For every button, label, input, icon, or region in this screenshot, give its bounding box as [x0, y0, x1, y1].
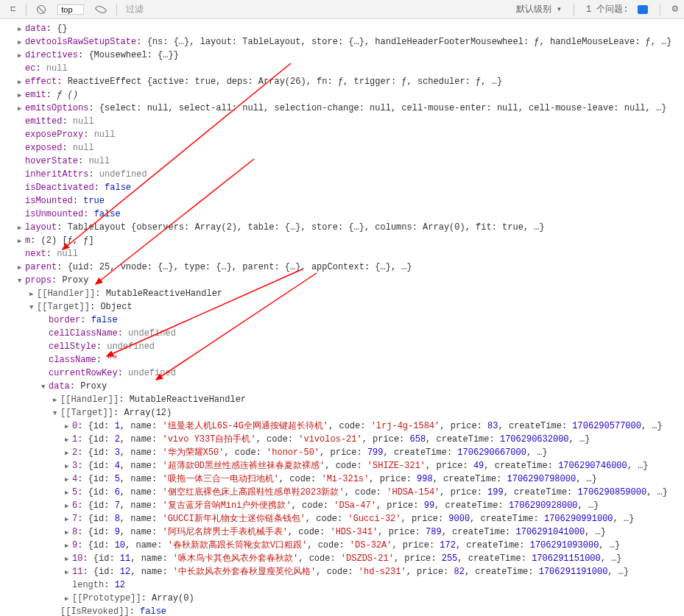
log-levels[interactable]: 默认级别 ▾	[516, 3, 562, 16]
expand-icon[interactable]	[29, 287, 37, 300]
expand-icon[interactable]	[41, 380, 49, 393]
expand-icon[interactable]	[18, 102, 25, 115]
array-item-row: 5: {id: 6, name: '侧空红底裸色床上高跟鞋性感单鞋2023新款'…	[6, 486, 684, 499]
clear-console-icon[interactable]	[32, 4, 50, 15]
array-item-row: 0: {id: 1, name: '纽曼老人机L6S-4G全网通按键超长待机',…	[6, 419, 684, 433]
expand-icon[interactable]	[53, 406, 60, 419]
expand-icon[interactable]	[65, 446, 72, 459]
expand-icon[interactable]	[65, 592, 72, 605]
array-item-row: 10: {id: 11, name: '啄木鸟卡其色风衣外套春秋款', code…	[6, 552, 684, 565]
expand-icon[interactable]	[18, 35, 25, 49]
context-selector[interactable]: top	[53, 3, 88, 16]
console-toolbar: ⊏ top 过滤 默认级别 ▾ 1 个问题: ⚙	[0, 0, 684, 19]
array-item-row: 1: {id: 2, name: 'vivo Y33T自拍手机', code: …	[6, 433, 684, 446]
settings-icon[interactable]: ⚙	[672, 1, 678, 17]
expand-icon[interactable]	[18, 22, 25, 35]
expand-icon[interactable]	[65, 552, 72, 565]
issues-label[interactable]: 1 个问题:	[586, 3, 629, 16]
array-item-row: 2: {id: 3, name: '华为荣耀X50', code: 'honor…	[6, 446, 684, 459]
expand-icon[interactable]	[65, 459, 72, 472]
filter-input[interactable]: 过滤	[123, 3, 512, 16]
issues-icon[interactable]	[638, 5, 648, 14]
sidebar-toggle-icon[interactable]: ⊏	[6, 1, 20, 18]
expand-icon[interactable]	[53, 393, 60, 406]
array-item-row: 7: {id: 8, name: 'GUCCI新年礼物女士迷你链条钱包', co…	[6, 512, 684, 525]
array-item-row: 11: {id: 12, name: '中长款风衣外套春秋显瘦英伦风格', co…	[6, 565, 684, 578]
expand-icon[interactable]	[65, 565, 72, 578]
expand-icon[interactable]	[65, 499, 72, 512]
expand-icon[interactable]	[18, 221, 25, 234]
expand-icon[interactable]	[65, 472, 72, 486]
expand-icon[interactable]	[18, 75, 25, 88]
console-output: data: {} devtoolsRawSetupState: {ns: {…}…	[0, 19, 684, 616]
context-select[interactable]: top	[57, 4, 84, 15]
expand-icon[interactable]	[65, 433, 72, 446]
expand-icon[interactable]	[65, 419, 72, 433]
array-item-row: 8: {id: 9, name: '阿玛尼名牌男士手表机械手表', code: …	[6, 525, 684, 539]
expand-icon[interactable]	[18, 88, 25, 102]
live-expression-icon[interactable]	[91, 4, 110, 15]
expand-icon[interactable]	[18, 49, 25, 62]
expand-icon[interactable]	[29, 300, 37, 314]
expand-icon[interactable]	[18, 274, 25, 287]
expand-icon[interactable]	[18, 261, 25, 274]
array-item-row: 3: {id: 4, name: '超薄款0D黑丝性感连裤丝袜春夏款裸感', c…	[6, 459, 684, 472]
expand-icon[interactable]	[18, 234, 25, 247]
array-item-row: 6: {id: 7, name: '复古蓝牙音响Mini户外便携款', code…	[6, 499, 684, 512]
expand-icon[interactable]	[65, 525, 72, 539]
array-item-row: 9: {id: 10, name: '春秋新款高跟长筒靴女款V口粗跟', cod…	[6, 539, 684, 552]
expand-icon[interactable]	[65, 512, 72, 525]
expand-icon[interactable]	[65, 486, 72, 499]
expand-icon[interactable]	[65, 539, 72, 552]
array-item-row: 4: {id: 5, name: '吸拖一体三合一电动扫地机', code: '…	[6, 472, 684, 486]
